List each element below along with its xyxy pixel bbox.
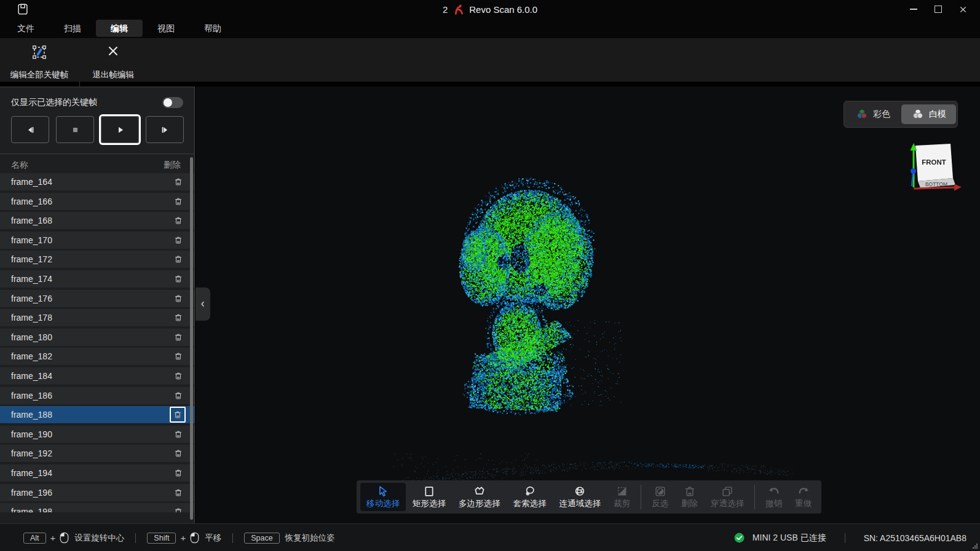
app-title: Revo Scan 6.0.0 [469,4,537,15]
color-mode-button[interactable]: 彩色 [845,104,900,124]
tool-move-select[interactable]: 移动选择 [360,483,406,511]
play-button[interactable] [101,116,139,143]
tool-label: 重做 [795,498,812,509]
project-count: 2 [443,4,448,15]
frame-row-frame_168[interactable]: frame_168 [0,212,194,229]
gizmo-bottom-label: BOTTOM [925,181,947,187]
plus-sign: + [180,533,186,543]
tool-lasso-select[interactable]: 套索选择 [507,483,553,511]
tool-invert-select[interactable]: 反选 [646,483,674,511]
delete-frame-button[interactable] [171,349,186,364]
frame-row-frame_170[interactable]: frame_170 [0,232,194,249]
delete-frame-button[interactable] [171,252,186,267]
frame-row-frame_172[interactable]: frame_172 [0,251,194,268]
selection-toolbar: 移动选择矩形选择多边形选择套索选择连通域选择裁剪反选删除穿透选择撤销重做 [357,480,821,514]
tool-undo[interactable]: 撤销 [759,483,788,511]
frame-row-frame_178[interactable]: frame_178 [0,309,194,326]
frame-row-frame_186[interactable]: frame_186 [0,387,194,404]
lasso-icon [523,485,537,498]
delete-frame-button[interactable] [171,194,186,209]
delete-frame-button[interactable] [171,485,186,500]
frame-row-frame_184[interactable]: frame_184 [0,367,194,385]
maximize-button[interactable] [926,1,950,18]
show-only-selected-toggle[interactable] [162,97,183,108]
point-cloud-canvas[interactable] [196,87,980,523]
tool-crop[interactable]: 裁剪 [607,483,636,511]
frame-row-frame_180[interactable]: frame_180 [0,329,194,346]
frame-name: frame_168 [11,216,52,225]
tool-redo[interactable]: 重做 [789,483,818,511]
status-bar: Alt+设置旋转中心Shift+平移Space恢复初始位姿 MINI 2 USB… [0,523,980,551]
edit-all-keyframes-button[interactable]: 编辑全部关键帧 [9,42,70,82]
3d-viewport[interactable]: 彩色 白模 FRONT BOTTOM [196,87,980,523]
playback-controls [11,116,194,143]
delete-frame-button[interactable] [171,388,186,403]
frame-row-frame_166[interactable]: frame_166 [0,193,194,210]
frame-row-frame_194[interactable]: frame_194 [0,464,194,482]
delete-frame-button[interactable] [171,504,186,512]
tool-label: 反选 [652,498,668,509]
through-icon [721,485,734,498]
tool-label: 穿透选择 [711,498,744,509]
frame-row-frame_190[interactable]: frame_190 [0,426,194,443]
render-mode-switch: 彩色 白模 [844,101,958,128]
frame-row-frame_174[interactable]: frame_174 [0,270,194,287]
menu-item-scan[interactable]: 扫描 [49,20,96,37]
delete-frame-button[interactable] [171,466,186,480]
ribbon-toolbar: 编辑全部关键帧 退出帧编辑 [0,38,980,82]
delete-frame-button[interactable] [171,174,186,189]
delete-frame-button[interactable] [171,330,186,345]
delete-frame-button[interactable] [171,427,186,442]
polygon-icon [473,485,486,498]
tool-polygon-select[interactable]: 多边形选择 [452,483,507,511]
tool-label: 多边形选择 [459,498,500,509]
menu-item-edit[interactable]: 编辑 [96,20,143,37]
tool-rect-select[interactable]: 矩形选择 [406,483,452,511]
delete-frame-button[interactable] [171,213,186,228]
marquee-pen-icon [31,44,48,61]
check-circle-icon [733,532,745,544]
frame-name: frame_174 [11,274,52,284]
menu-item-help[interactable]: 帮助 [189,20,236,37]
tool-through-select[interactable]: 穿透选择 [705,483,750,511]
minimize-button[interactable] [901,1,926,18]
delete-frame-button[interactable] [170,407,186,423]
tool-delete[interactable]: 删除 [675,483,704,511]
exit-frame-edit-button[interactable]: 退出帧编辑 [87,42,140,82]
redo-icon [797,485,810,498]
delete-frame-button[interactable] [171,291,186,306]
resize-grip[interactable] [971,542,978,549]
next-frame-button[interactable] [146,116,184,143]
delete-frame-button[interactable] [171,272,186,286]
sidebar-scrollbar[interactable] [190,157,193,520]
close-button[interactable] [950,1,975,18]
menu-item-file[interactable]: 文件 [2,20,49,37]
frame-row-frame_176[interactable]: frame_176 [0,290,194,307]
frame-row-frame_196[interactable]: frame_196 [0,484,194,501]
delete-frame-button[interactable] [171,310,186,325]
x-axis-arrowhead [954,184,962,191]
gizmo-front-label: FRONT [922,158,946,166]
orientation-gizmo[interactable]: FRONT BOTTOM [901,141,963,195]
frame-row-frame_182[interactable]: frame_182 [0,348,194,365]
previous-frame-button[interactable] [11,116,49,143]
revo-logo-icon [452,3,464,15]
frame-row-frame_198[interactable]: frame_198 [0,503,194,512]
crop-icon [615,485,629,498]
frame-name: frame_176 [11,294,52,303]
frame-row-frame_192[interactable]: frame_192 [0,445,194,462]
tool-label: 撤销 [765,498,782,509]
key-chip-space: Space [244,533,279,544]
delete-frame-button[interactable] [171,446,186,461]
tool-connected-select[interactable]: 连通域选择 [553,483,607,511]
delete-frame-button[interactable] [171,233,186,248]
frame-name: frame_194 [11,468,52,478]
sidebar-collapse-button[interactable] [196,287,210,321]
menu-item-view[interactable]: 视图 [143,20,189,37]
status-divider [845,533,845,543]
white-mode-button[interactable]: 白模 [901,104,956,124]
frame-row-frame_188[interactable]: frame_188 [0,406,194,423]
stop-button[interactable] [56,116,94,143]
frame-row-frame_164[interactable]: frame_164 [0,173,194,190]
delete-frame-button[interactable] [171,369,186,383]
